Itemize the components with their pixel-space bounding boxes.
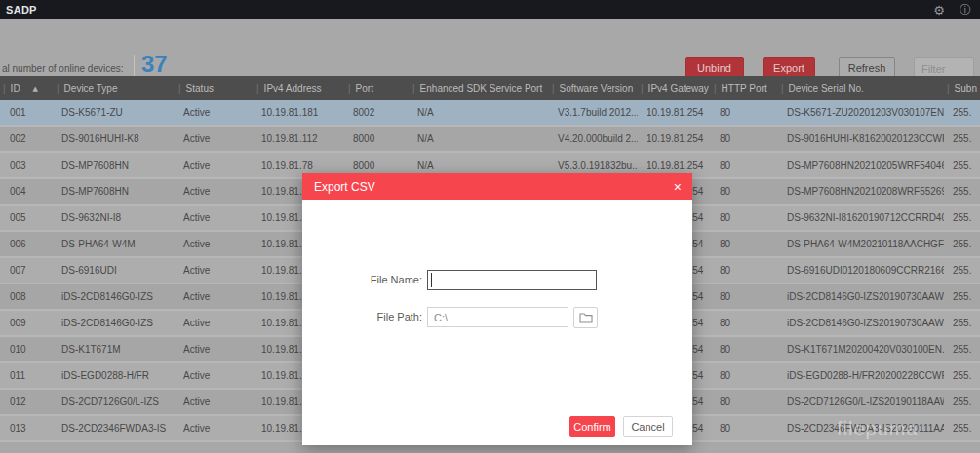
close-icon[interactable]: × xyxy=(674,180,682,194)
cell-sdk: N/A xyxy=(410,107,549,118)
column-divider: | xyxy=(947,83,950,94)
cell-ip: 10.19.81.181 xyxy=(254,107,345,118)
column-header-http-port[interactable]: |HTTP Port xyxy=(711,83,778,94)
file-name-label: File Name: xyxy=(302,274,422,285)
cell-http: 80 xyxy=(711,265,778,276)
cell-subnet: 255. xyxy=(944,107,980,118)
cell-type: DS-K1T671M xyxy=(54,344,176,355)
cell-http: 80 xyxy=(711,318,778,328)
column-header-status[interactable]: |Status xyxy=(176,83,254,94)
cell-type: DS-2CD2346FWDA3-IS xyxy=(54,423,176,434)
cell-id: 007 xyxy=(0,265,54,276)
column-label: ID xyxy=(11,83,20,94)
cell-subnet: 255. xyxy=(944,239,980,249)
cell-status: Active xyxy=(176,396,254,407)
cell-subnet: 255. xyxy=(944,423,980,434)
cell-http: 80 xyxy=(711,396,778,407)
settings-gear-icon[interactable]: ⚙ xyxy=(933,4,945,17)
cell-subnet: 255. xyxy=(944,318,980,328)
cell-serial: DS-9016HUHI-K81620020123CCWR... xyxy=(778,133,944,144)
table-header: |ID▲|Device Type|Status|IPv4 Address|Por… xyxy=(0,76,980,100)
cell-status: Active xyxy=(176,370,254,381)
cell-status: Active xyxy=(176,318,254,328)
cell-serial: DS-PHA64-W4M20210118AACHGF7... xyxy=(778,239,944,249)
column-divider: | xyxy=(641,83,644,94)
titlebar-icons: ⚙ ⓘ xyxy=(933,4,971,17)
cell-http: 80 xyxy=(711,344,778,355)
column-label: Status xyxy=(186,83,214,94)
cell-serial: DS-K5671-ZU20201203V030107EN... xyxy=(778,107,944,118)
cell-subnet: 255. xyxy=(944,291,980,302)
column-label: Enhanced SDK Service Port xyxy=(420,83,543,94)
cancel-button[interactable]: Cancel xyxy=(623,416,673,437)
cell-id: 004 xyxy=(0,186,54,197)
column-header-enhanced-sdk-service-port[interactable]: |Enhanced SDK Service Port xyxy=(410,83,549,94)
cell-http: 80 xyxy=(711,291,778,302)
cell-serial: DS-2CD7126G0/L-IZS20190118AAW... xyxy=(778,396,944,407)
cell-subnet: 255. xyxy=(944,160,980,170)
column-header-subn[interactable]: |Subn xyxy=(944,83,980,94)
cell-serial: DS-K1T671M20200420V030100EN... xyxy=(778,344,944,355)
cell-http: 80 xyxy=(711,107,778,118)
titlebar: SADP ⚙ ⓘ xyxy=(0,0,980,19)
cell-subnet: 255. xyxy=(944,212,980,223)
toolbar: al number of online devices: 37 Unbind E… xyxy=(0,19,980,76)
cell-serial: DS-6916UDI0120180609CCRR2166... xyxy=(778,265,944,276)
device-row-001[interactable]: 001DS-K5671-ZUActive10.19.81.1818002N/AV… xyxy=(0,100,980,127)
column-header-ipv4-gateway[interactable]: |IPv4 Gateway xyxy=(638,83,711,94)
cell-status: Active xyxy=(176,160,254,170)
cell-type: DS-K5671-ZU xyxy=(54,107,176,118)
column-label: Subn xyxy=(955,83,977,94)
cell-subnet: 255. xyxy=(944,186,980,197)
cell-type: DS-6916UDI xyxy=(54,265,176,276)
cell-status: Active xyxy=(176,212,254,223)
cell-id: 001 xyxy=(0,107,54,118)
folder-icon xyxy=(579,312,593,323)
cell-type: DS-9632NI-I8 xyxy=(54,212,176,223)
cell-serial: DS-MP7608HN20210208WRF55269... xyxy=(778,186,944,197)
cell-subnet: 255. xyxy=(944,370,980,381)
column-header-port[interactable]: |Port xyxy=(345,83,410,94)
cell-type: DS-MP7608HN xyxy=(54,186,176,197)
cell-http: 80 xyxy=(711,239,778,249)
browse-folder-button[interactable] xyxy=(573,307,598,328)
cell-status: Active xyxy=(176,344,254,355)
cell-id: 013 xyxy=(0,423,54,434)
column-label: Device Serial No. xyxy=(789,83,864,94)
column-divider: | xyxy=(3,83,6,94)
cell-type: DS-MP7608HN xyxy=(54,160,176,170)
cell-gateway: 10.19.81.254 xyxy=(638,133,711,144)
confirm-button[interactable]: Confirm xyxy=(569,416,615,437)
column-header-device-type[interactable]: |Device Type xyxy=(54,83,176,94)
info-icon[interactable]: ⓘ xyxy=(960,4,971,16)
cell-gateway: 10.19.81.254 xyxy=(638,160,711,170)
column-header-device-serial-no-[interactable]: |Device Serial No. xyxy=(778,83,944,94)
cell-subnet: 255. xyxy=(944,344,980,355)
cell-version: V3.1.7build 2012... xyxy=(549,107,638,118)
file-path-label: File Path: xyxy=(302,311,422,322)
cell-sdk: N/A xyxy=(410,133,549,144)
cell-port: 8000 xyxy=(345,160,410,170)
column-divider: | xyxy=(256,83,259,94)
cell-http: 80 xyxy=(711,186,778,197)
column-header-software-version[interactable]: |Software Version xyxy=(549,83,638,94)
cell-serial: iDS-2CD8146G0-IZS20190730AAWR... xyxy=(778,318,944,328)
sadp-window: SADP ⚙ ⓘ al number of online devices: 37… xyxy=(0,0,980,453)
cell-http: 80 xyxy=(711,133,778,144)
column-divider: | xyxy=(552,83,555,94)
column-label: HTTP Port xyxy=(722,83,767,94)
file-path-input[interactable] xyxy=(427,307,568,327)
column-header-ipv4-address[interactable]: |IPv4 Address xyxy=(254,83,345,94)
column-divider: | xyxy=(781,83,784,94)
column-header-id[interactable]: |ID▲ xyxy=(0,83,54,94)
cell-ip: 10.19.81.112 xyxy=(254,133,345,144)
cell-status: Active xyxy=(176,265,254,276)
cell-port: 8000 xyxy=(345,133,410,144)
cell-status: Active xyxy=(176,186,254,197)
cell-gateway: 10.19.81.254 xyxy=(638,107,711,118)
column-divider: | xyxy=(714,83,717,94)
cell-serial: iDS-2CD8146G0-IZS20190730AAWR... xyxy=(778,291,944,302)
file-name-input[interactable] xyxy=(427,270,597,290)
cell-type: DS-PHA64-W4M xyxy=(54,239,176,249)
device-row-002[interactable]: 002DS-9016HUHI-K8Active10.19.81.1128000N… xyxy=(0,127,980,153)
